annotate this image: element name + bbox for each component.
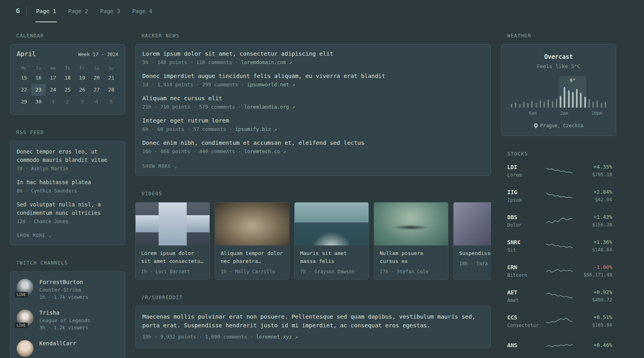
- video-title[interactable]: Mauris sit amet massa felis: [300, 250, 347, 264]
- calendar-day[interactable]: 29: [17, 96, 31, 108]
- page-tab[interactable]: Page 3: [99, 0, 121, 22]
- story-domain-link[interactable]: loremlandia.org ↗: [244, 104, 295, 110]
- weather-hour-bar: [531, 101, 533, 108]
- stock-values: +2.84% $42.04: [572, 189, 612, 202]
- page-tab[interactable]: Page 2: [67, 0, 89, 22]
- calendar-day[interactable]: 2: [60, 96, 75, 108]
- calendar-day[interactable]: 15: [17, 72, 31, 84]
- stock-symbol[interactable]: SNRC: [507, 239, 521, 245]
- stock-row[interactable]: LDI Lorem +4.35% $795.18: [501, 162, 616, 179]
- show-more-label: SHOW MORE: [142, 163, 171, 169]
- channel-name[interactable]: Trisha: [39, 309, 60, 316]
- video-card[interactable]: Nullam posuere cursus ex 17h · Stefan Co…: [374, 202, 448, 280]
- hackernews-list: Lorem ipsum dolor sit amet, consectetur …: [142, 51, 484, 154]
- rss-item-title[interactable]: Donec tempor eros leo, ut commodo mauris…: [17, 148, 107, 163]
- video-thumbnail[interactable]: [374, 202, 448, 245]
- stock-row[interactable]: SNRC Sit +1.36% $148.64: [501, 237, 616, 254]
- app-logo[interactable]: G: [10, 7, 26, 15]
- rss-item-title[interactable]: Sed volutpat nulla nisl, a condimentum n…: [17, 201, 101, 216]
- calendar-day[interactable]: 5: [104, 96, 118, 108]
- video-card[interactable]: Lorem ipsum dolor sit amet consectetu… 1…: [135, 202, 210, 280]
- rss-show-more-button[interactable]: SHOW MORE ⌄: [17, 233, 52, 238]
- calendar-day[interactable]: 1: [46, 96, 60, 108]
- stock-symbol[interactable]: IIG: [507, 189, 517, 195]
- video-thumbnail[interactable]: [215, 202, 289, 245]
- calendar-day[interactable]: 16: [31, 72, 46, 84]
- stock-row[interactable]: DBS Dolor +1.42% $156.28: [501, 212, 616, 229]
- channel-name[interactable]: ForrestBurton: [39, 279, 83, 285]
- calendar-day[interactable]: 21: [104, 72, 118, 84]
- calendar-day[interactable]: 20: [89, 72, 104, 84]
- nav-divider: [26, 7, 27, 16]
- story-domain-link[interactable]: loremtech.co ↗: [244, 148, 286, 154]
- calendar-day[interactable]: 22: [17, 84, 31, 96]
- story-title[interactable]: Integer eget rutrum lorem: [142, 117, 229, 124]
- channel-name[interactable]: KendallCarr: [39, 340, 76, 346]
- video-thumbnail[interactable]: [454, 202, 491, 245]
- post-domain-link[interactable]: loremnet.xyz ↗: [256, 334, 298, 340]
- calendar-heading: CALENDAR: [16, 33, 125, 39]
- video-title[interactable]: Suspendisse diam: [459, 250, 491, 256]
- story-title[interactable]: Lorem ipsum dolor sit amet, consectetur …: [142, 51, 333, 57]
- story-title[interactable]: Donec enim nibh, condimentum et accumsan…: [142, 140, 365, 146]
- stocks-list: LDI Lorem +4.35% $795.18: [501, 162, 616, 354]
- video-title[interactable]: Aliquam tempor dolor nec pharetra…: [221, 250, 283, 264]
- twitch-channel-row[interactable]: LIVE ForrestBurton Counter-Strike 1h · 1…: [17, 279, 118, 300]
- channel-avatar: [17, 340, 33, 357]
- calendar-day[interactable]: 4: [89, 96, 104, 108]
- subreddit-card: Maecenas mollis pulvinar erat non posuer…: [135, 306, 491, 348]
- stock-symbol[interactable]: AET: [507, 289, 517, 296]
- stock-row[interactable]: CRN Bitcorn -1.00% $66,171.48: [501, 263, 616, 279]
- video-title[interactable]: Nullam posuere cursus ex: [380, 250, 423, 264]
- calendar-day[interactable]: 26: [75, 84, 89, 96]
- stock-identity: CRN Bitcorn: [507, 264, 546, 278]
- calendar-day[interactable]: 19: [75, 72, 89, 84]
- stock-symbol[interactable]: DBS: [507, 214, 517, 220]
- stock-symbol[interactable]: LDI: [507, 164, 517, 170]
- video-card[interactable]: Aliquam tempor dolor nec pharetra… 1h · …: [215, 202, 289, 280]
- video-title[interactable]: Lorem ipsum dolor sit amet consectetu…: [141, 250, 204, 264]
- story-title[interactable]: Aliquam nec cursus elit: [142, 95, 222, 101]
- page-tab[interactable]: Page 4: [131, 0, 153, 22]
- calendar-day[interactable]: 30: [31, 96, 46, 108]
- twitch-widget: TWITCH CHANNELS LIVE ForrestBurton C: [10, 260, 125, 358]
- stock-row[interactable]: AHS +0.46%: [501, 338, 616, 354]
- story-domain-link[interactable]: ipsumify.biz ↗: [235, 126, 277, 132]
- video-card[interactable]: Mauris sit amet massa felis 7h · Grayson…: [294, 202, 369, 280]
- calendar-day[interactable]: 25: [60, 84, 75, 96]
- stock-symbol[interactable]: AHS: [507, 342, 517, 348]
- stock-symbol[interactable]: CCS: [507, 314, 517, 321]
- external-link-icon: ↗: [283, 148, 286, 154]
- rss-item-title[interactable]: In hac habitasse platea: [17, 179, 91, 185]
- twitch-channel-row[interactable]: LIVE Trisha League of Legends 3h · 1.2k …: [17, 309, 118, 331]
- stock-symbol[interactable]: CRN: [507, 264, 517, 270]
- calendar-day[interactable]: 18: [60, 72, 75, 84]
- stock-row[interactable]: AET Amet +0.92% $499.72: [501, 288, 616, 304]
- calendar-day[interactable]: 27: [89, 84, 104, 96]
- page-tab[interactable]: Page 1: [35, 0, 57, 22]
- calendar-weekday-row: MoTuWeThFrSaSu: [17, 64, 118, 72]
- calendar-day[interactable]: 28: [104, 84, 118, 96]
- calendar-day[interactable]: 24: [46, 84, 60, 96]
- weather-hour-bar: [547, 99, 549, 108]
- stock-identity: AET Amet: [507, 289, 546, 303]
- story-domain-link[interactable]: loremdomain.com ↗: [241, 59, 292, 65]
- video-card[interactable]: Suspendisse diam 18h · Tara: [453, 202, 491, 280]
- stock-values: +0.92% $499.72: [572, 289, 612, 303]
- calendar-day[interactable]: 23: [31, 84, 46, 96]
- video-thumbnail[interactable]: [136, 202, 209, 245]
- calendar-day[interactable]: 17: [46, 72, 60, 84]
- calendar-day[interactable]: 3: [75, 96, 89, 108]
- stock-row[interactable]: CCS Consectetur +0.51% $165.84: [501, 313, 616, 329]
- story-title[interactable]: Donec imperdiet augue tincidunt felis al…: [142, 73, 385, 79]
- stock-values: +0.46%: [572, 342, 612, 350]
- weather-time-ticks: 6am2pm10pm: [511, 111, 606, 117]
- story-domain: ipsumworld.net: [247, 82, 289, 88]
- post-title[interactable]: Maecenas mollis pulvinar erat non posuer…: [142, 313, 475, 329]
- story-domain-link[interactable]: ipsumworld.net ↗: [247, 82, 295, 88]
- video-thumbnail[interactable]: [295, 202, 369, 245]
- weather-condition: Overcast: [508, 53, 609, 60]
- stock-row[interactable]: IIG Ipsum +2.84% $42.04: [501, 187, 616, 204]
- twitch-channel-row[interactable]: KendallCarr: [17, 340, 118, 357]
- hackernews-show-more-button[interactable]: SHOW MORE ⌄: [142, 163, 177, 169]
